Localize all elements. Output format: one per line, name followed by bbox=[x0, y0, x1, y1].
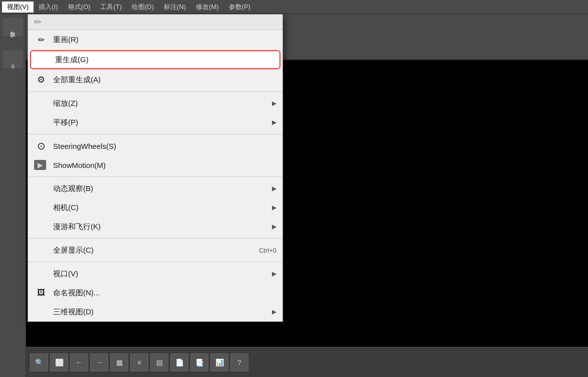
camera-label: 相机(C) bbox=[53, 203, 79, 213]
namedview-label: 命名视图(N)... bbox=[53, 288, 100, 298]
status-bar: 🔍 ⬜ ← → ▦ ≡ ▤ 📄 📑 📊 ? bbox=[26, 347, 588, 377]
menu-item-modify[interactable]: 修改(M) bbox=[191, 2, 224, 13]
pan-label: 平移(P) bbox=[53, 118, 78, 127]
fullscreen-label: 全屏显示(C) bbox=[53, 246, 94, 255]
menu-item-dim[interactable]: 标注(N) bbox=[159, 2, 191, 13]
menu-item-steeringwheels[interactable]: ⊙ SteeringWheels(S) bbox=[28, 136, 282, 155]
dropdown-header: ✏ bbox=[28, 15, 282, 30]
steeringwheels-icon: ⊙ bbox=[34, 139, 48, 153]
status-chart-btn[interactable]: 📊 bbox=[210, 353, 228, 371]
menu-item-format[interactable]: 格式(O) bbox=[63, 2, 96, 13]
showmotion-icon: ▶ bbox=[34, 160, 46, 170]
regen-label: 重生成(G) bbox=[55, 55, 89, 65]
orbit-arrow-icon: ▶ bbox=[272, 185, 276, 192]
menu-item-insert[interactable]: 插入(I) bbox=[34, 2, 63, 13]
status-fwd-btn[interactable]: → bbox=[90, 353, 108, 371]
left-btn-param[interactable]: 参数 bbox=[3, 18, 23, 36]
dropdown-menu: ✏ ✏ 重画(R) 重生成(G) ⚙ 全部重生成(A) 缩放(Z) ▶ 平移(P… bbox=[28, 14, 283, 322]
viewport-label: 视口(V) bbox=[53, 269, 78, 279]
pan-arrow-icon: ▶ bbox=[272, 119, 276, 126]
pencil-icon: ✏ bbox=[34, 17, 42, 28]
3dview-arrow-icon: ▶ bbox=[272, 308, 276, 315]
status-back-btn[interactable]: ← bbox=[70, 353, 88, 371]
zoom-label: 缩放(Z) bbox=[53, 99, 78, 108]
status-rect-btn[interactable]: ⬜ bbox=[50, 353, 68, 371]
menu-item-namedview[interactable]: 🖼 命名视图(N)... bbox=[28, 283, 282, 302]
menu-item-pan[interactable]: 平移(P) ▶ bbox=[28, 113, 282, 132]
menu-item-3dview[interactable]: 三维视图(D) ▶ bbox=[28, 302, 282, 321]
zoom-arrow-icon: ▶ bbox=[272, 100, 276, 107]
redraw-icon: ✏ bbox=[34, 33, 48, 47]
walk-arrow-icon: ▶ bbox=[272, 223, 276, 230]
left-panel: 参数 卡 bbox=[0, 14, 26, 377]
status-page-btn[interactable]: 📄 bbox=[170, 353, 188, 371]
menu-item-orbit[interactable]: 动态观察(B) ▶ bbox=[28, 179, 282, 198]
showmotion-label: ShowMotion(M) bbox=[53, 161, 106, 169]
namedview-icon: 🖼 bbox=[34, 286, 48, 300]
status-grid-btn[interactable]: ▦ bbox=[110, 353, 128, 371]
walk-label: 漫游和飞行(K) bbox=[53, 222, 101, 232]
left-btn-card[interactable]: 卡 bbox=[3, 50, 23, 68]
camera-arrow-icon: ▶ bbox=[272, 204, 276, 211]
viewport-arrow-icon: ▶ bbox=[272, 270, 276, 277]
regenall-label: 全部重生成(A) bbox=[53, 75, 101, 85]
menu-item-zoom[interactable]: 缩放(Z) ▶ bbox=[28, 94, 282, 113]
status-layout-btn[interactable]: ▤ bbox=[150, 353, 168, 371]
menu-item-tools[interactable]: 工具(T) bbox=[95, 2, 127, 13]
menu-bar: 视图(V) 插入(I) 格式(O) 工具(T) 绘图(D) 标注(N) 修改(M… bbox=[0, 0, 588, 14]
menu-item-view[interactable]: 视图(V) bbox=[2, 2, 34, 13]
menu-item-showmotion[interactable]: ▶ ShowMotion(M) bbox=[28, 155, 282, 174]
3dview-label: 三维视图(D) bbox=[53, 307, 94, 317]
steeringwheels-label: SteeringWheels(S) bbox=[53, 142, 116, 150]
menu-item-param[interactable]: 参数(P) bbox=[224, 2, 255, 13]
menu-item-walk[interactable]: 漫游和飞行(K) ▶ bbox=[28, 217, 282, 236]
orbit-label: 动态观察(B) bbox=[53, 184, 93, 194]
status-help-btn[interactable]: ? bbox=[230, 353, 248, 371]
menu-item-camera[interactable]: 相机(C) ▶ bbox=[28, 198, 282, 217]
menu-item-draw[interactable]: 绘图(D) bbox=[127, 2, 159, 13]
redraw-label: 重画(R) bbox=[53, 35, 79, 45]
menu-item-viewport[interactable]: 视口(V) ▶ bbox=[28, 264, 282, 283]
status-pages-btn[interactable]: 📑 bbox=[190, 353, 208, 371]
fullscreen-shortcut: Ctrl+0 bbox=[259, 247, 276, 254]
menu-item-redraw[interactable]: ✏ 重画(R) bbox=[28, 30, 282, 49]
status-zoom-btn[interactable]: 🔍 bbox=[30, 353, 48, 371]
menu-item-regen[interactable]: 重生成(G) bbox=[30, 50, 280, 69]
menu-item-regenall[interactable]: ⚙ 全部重生成(A) bbox=[28, 70, 282, 89]
menu-item-fullscreen[interactable]: 全屏显示(C) Ctrl+0 bbox=[28, 241, 282, 260]
status-list-btn[interactable]: ≡ bbox=[130, 353, 148, 371]
regenall-icon: ⚙ bbox=[34, 73, 48, 87]
